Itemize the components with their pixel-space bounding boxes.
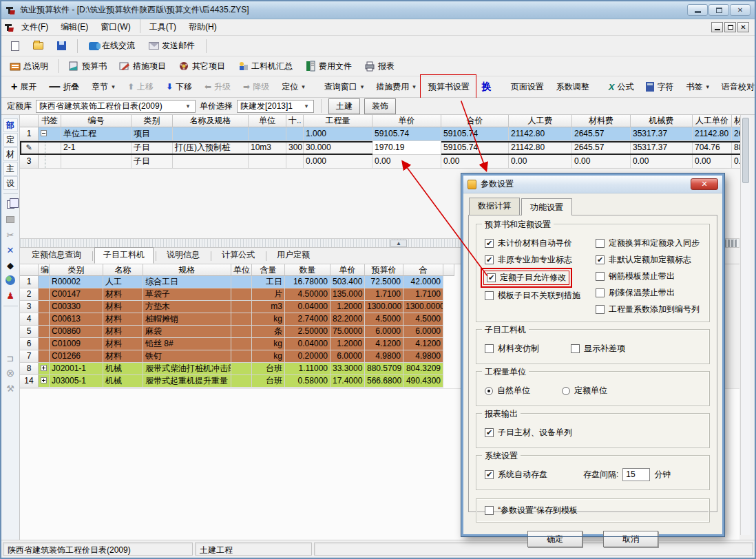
- cell[interactable]: 4.5000: [365, 313, 403, 326]
- cell[interactable]: 履带式起重机提升重量（: [143, 375, 231, 388]
- cell[interactable]: [173, 155, 249, 169]
- cell[interactable]: 人工: [103, 276, 143, 288]
- cell[interactable]: 铁钉: [143, 350, 231, 363]
- page-setup-button[interactable]: 页面设置: [505, 78, 549, 96]
- checkbox-option[interactable]: ✔非默认定额加定额标志: [594, 254, 693, 266]
- checkbox-icon[interactable]: ✔: [487, 273, 496, 282]
- checkbox-icon[interactable]: ✔: [485, 239, 494, 248]
- cancel-button[interactable]: 取消: [603, 531, 658, 547]
- downgrade-button[interactable]: ➡降级: [238, 78, 275, 96]
- query-window-button[interactable]: 查询窗口▾: [319, 78, 370, 96]
- cell[interactable]: [39, 338, 50, 350]
- checkbox-icon[interactable]: ✔: [485, 470, 494, 479]
- cell[interactable]: kg: [252, 350, 285, 363]
- checkbox-option[interactable]: 定额换算和定额录入同步: [594, 238, 701, 249]
- cell[interactable]: [231, 313, 252, 326]
- price-select[interactable]: 陕建发[2013]1▾: [237, 100, 314, 113]
- cell[interactable]: [231, 350, 252, 363]
- cell[interactable]: 0.58000: [285, 375, 330, 388]
- radio-icon[interactable]: [562, 387, 570, 395]
- nav-rcj-summary[interactable]: 工料机汇总: [232, 58, 298, 75]
- cell[interactable]: 59105.74: [441, 127, 509, 141]
- cell[interactable]: [249, 127, 286, 141]
- cell[interactable]: [249, 155, 286, 169]
- cell[interactable]: 履带式柴油打桩机冲击部: [143, 363, 231, 375]
- cell[interactable]: 704.76: [693, 141, 732, 155]
- row-number[interactable]: 1: [20, 127, 39, 141]
- open-file-button[interactable]: [28, 39, 49, 52]
- radio-option[interactable]: 自然单位: [483, 385, 532, 397]
- browser-button[interactable]: [2, 273, 19, 288]
- cell[interactable]: 4.1200: [365, 338, 403, 350]
- tools-button[interactable]: ⚒: [2, 381, 19, 396]
- nav-budget-book[interactable]: 预算书: [63, 58, 112, 75]
- cell[interactable]: 1300.0000: [403, 301, 443, 313]
- cut-button[interactable]: ✂: [2, 227, 19, 242]
- ok-button[interactable]: 确定: [527, 531, 582, 547]
- online-chat-button[interactable]: 在线交流: [83, 37, 140, 54]
- sidebar-tab-部[interactable]: 部: [3, 118, 18, 132]
- autosave-checkbox[interactable]: ✔系统自动存盘: [483, 469, 549, 481]
- row-number[interactable]: 2: [20, 288, 39, 301]
- table-row[interactable]: 8J02001-1机械履带式柴油打桩机冲击部台班1.1100033.300088…: [20, 363, 461, 375]
- cell[interactable]: 工日: [252, 276, 285, 288]
- row-number[interactable]: 3: [20, 301, 39, 313]
- collapse-splitter-button[interactable]: ▲: [390, 240, 407, 247]
- cancel-circle-button[interactable]: ⊗: [2, 366, 19, 381]
- cell[interactable]: [39, 301, 50, 313]
- cell[interactable]: 子目: [132, 141, 173, 155]
- cell[interactable]: 75.0000: [330, 326, 365, 338]
- cell[interactable]: [61, 155, 132, 169]
- cell[interactable]: 4.5000: [403, 313, 443, 326]
- cell[interactable]: 台班: [252, 363, 285, 375]
- save-file-button[interactable]: [52, 39, 72, 53]
- checkbox-option[interactable]: 钢筋模板禁止带出: [594, 271, 676, 282]
- cell[interactable]: 0.00: [631, 155, 693, 169]
- cell[interactable]: 条: [252, 326, 285, 338]
- chapter-button[interactable]: 章节▾: [86, 78, 120, 96]
- cell[interactable]: 0.04000: [285, 301, 330, 313]
- cell[interactable]: 0.20000: [285, 350, 330, 363]
- checkbox-option[interactable]: ✔非原专业加专业标志: [483, 254, 574, 266]
- expand-icon[interactable]: [41, 365, 47, 371]
- checkbox-option[interactable]: 工程量系数添加到编号列: [594, 304, 701, 315]
- cell[interactable]: C01266: [50, 350, 103, 363]
- cell[interactable]: 2645.57: [572, 127, 631, 141]
- cell[interactable]: 1.2000: [330, 338, 365, 350]
- radio-option[interactable]: 定额单位: [560, 385, 609, 397]
- cell[interactable]: 35317.37: [631, 127, 693, 141]
- decoration-tab-button[interactable]: 装饰: [364, 98, 396, 114]
- table-row[interactable]: 3C00330材料方垫木m30.040001.20001300.0001300.…: [20, 301, 461, 313]
- locate-button[interactable]: 定位▾: [276, 78, 311, 96]
- cell[interactable]: 2.50000: [285, 326, 330, 338]
- collapse-icon[interactable]: [41, 130, 47, 136]
- cell[interactable]: 2.74000: [285, 313, 330, 326]
- send-email-button[interactable]: 发送邮件: [143, 37, 200, 54]
- cell[interactable]: [173, 127, 249, 141]
- cell[interactable]: 0.04000: [285, 338, 330, 350]
- cell[interactable]: [39, 276, 50, 288]
- close-button[interactable]: ✕: [730, 4, 750, 16]
- scrollbar-thumb[interactable]: [742, 118, 749, 183]
- checkbox-option[interactable]: 模板子目不关联到措施: [483, 290, 582, 302]
- cell[interactable]: 21142.80: [509, 141, 572, 155]
- menu-item[interactable]: 文件(F): [15, 19, 54, 35]
- cell[interactable]: 机械: [103, 375, 143, 388]
- checkbox-option[interactable]: 显示补差项: [569, 343, 627, 355]
- checkbox-option[interactable]: ✔未计价材料自动寻价: [483, 238, 574, 249]
- unit-price-edit-cell[interactable]: 1970.19: [372, 141, 441, 155]
- cell[interactable]: [39, 155, 61, 169]
- cell[interactable]: 6.0000: [403, 326, 443, 338]
- cell[interactable]: 4.9800: [365, 350, 403, 363]
- dialog-close-button[interactable]: ✕: [691, 178, 718, 190]
- cell[interactable]: 机械: [103, 363, 143, 375]
- cell[interactable]: 0.00: [372, 155, 441, 169]
- checkbox-icon[interactable]: [596, 272, 605, 281]
- cell[interactable]: 桩帽摊销: [143, 313, 231, 326]
- table-row[interactable]: 5C00860材料麻袋条2.5000075.00006.00006.0000: [20, 326, 461, 338]
- cell[interactable]: 503.400: [330, 276, 365, 288]
- cell[interactable]: 35317.37: [631, 141, 693, 155]
- checkbox-icon[interactable]: [485, 291, 494, 300]
- cell[interactable]: 4.9800: [403, 350, 443, 363]
- detail-tab-计算公式[interactable]: 计算公式: [213, 247, 264, 264]
